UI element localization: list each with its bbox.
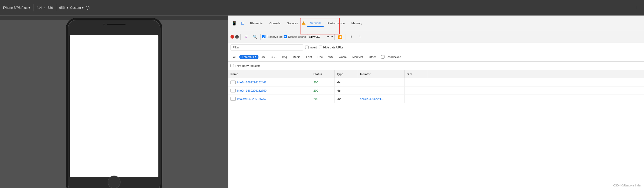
row1-checkbox[interactable] — [230, 81, 236, 84]
col-initiator[interactable]: Initiator — [358, 70, 405, 78]
chip-ws[interactable]: WS — [326, 55, 335, 59]
table-row[interactable]: info?t=1669296182461 200 xhr — [228, 78, 644, 86]
width-field[interactable]: 414 — [37, 6, 42, 10]
stop-icon: ⬛ — [236, 35, 238, 38]
separator-2 — [56, 4, 56, 11]
device-mode-icon[interactable]: 📱 — [230, 19, 238, 27]
tab-network[interactable]: Network — [307, 20, 324, 27]
chip-js[interactable]: JS — [259, 55, 268, 59]
custom-selector[interactable]: Custom ▾ — [70, 6, 83, 10]
row3-checkbox[interactable] — [230, 97, 236, 101]
filter-row: Invert Hide data URLs — [228, 42, 644, 52]
tab-console[interactable]: Console — [266, 20, 283, 26]
row1-name: info?t=1669296182461 — [228, 78, 311, 86]
table-header: Name Status Type Initiator Size — [228, 70, 644, 78]
table-row[interactable]: info?t=1669296185767 200 xhr sockjs.js?9… — [228, 95, 644, 103]
tab-performance[interactable]: Performance — [325, 20, 348, 26]
toolbar-sep-4 — [346, 34, 346, 40]
attribution: CSDN @Random_index — [611, 183, 644, 188]
preserve-log-checkbox[interactable]: Preserve log — [262, 35, 283, 38]
download-icon[interactable]: ⬇ — [356, 33, 364, 41]
throttle-dropdown-icon: ▾ — [331, 35, 333, 38]
third-party-checkbox[interactable]: Third-party requests — [230, 64, 260, 67]
chip-wasm[interactable]: Wasm — [336, 55, 349, 59]
chip-css[interactable]: CSS — [268, 55, 279, 59]
row1-initiator — [358, 78, 405, 86]
custom-dropdown-icon: ▾ — [82, 6, 83, 10]
main-layout: 📱 □ Elements Console Sources Network — [0, 16, 644, 188]
devtools-toolbar: ⬛ ▽ 🔍 Preserve log Disable cache Slow 3G… — [228, 31, 644, 42]
toolbar-sep-1 — [240, 34, 241, 40]
device-panel — [0, 16, 228, 188]
device-screen — [70, 35, 158, 177]
filter-chip-row: All Fetch/XHR JS CSS Img Media Font Doc — [228, 52, 644, 62]
browser-toolbar: iPhone 6/7/8 Plus ▾ 414 × 736 95% ▾ Cust… — [0, 0, 644, 16]
hide-data-urls-checkbox[interactable]: Hide data URLs — [319, 46, 344, 49]
row2-status: 200 — [311, 86, 335, 95]
toolbar-sep-3 — [334, 34, 335, 40]
device-notch — [103, 23, 125, 26]
device-frame — [66, 18, 162, 188]
filter-button[interactable]: ▽ — [242, 33, 250, 41]
row1-size — [405, 78, 428, 86]
chip-media[interactable]: Media — [290, 55, 303, 59]
more-options-button[interactable]: ⋮ — [633, 4, 641, 12]
col-type[interactable]: Type — [335, 70, 358, 78]
throttle-select[interactable]: Slow 3G No throttling Fast 3G Offline — [307, 34, 330, 39]
separator-1 — [33, 4, 33, 11]
network-table: Name Status Type Initiator Size — [228, 70, 644, 188]
device-camera — [103, 23, 105, 26]
row3-status: 200 — [311, 95, 335, 103]
toolbar-sep-2 — [260, 34, 261, 40]
zoom-selector[interactable]: 95% ▾ — [59, 6, 68, 10]
inspect-icon[interactable]: □ — [239, 19, 247, 27]
chip-font[interactable]: Font — [304, 55, 314, 59]
tab-sources[interactable]: Sources — [284, 20, 301, 26]
record-button[interactable] — [230, 35, 234, 39]
height-field[interactable]: 736 — [48, 6, 53, 10]
device-selector[interactable]: iPhone 6/7/8 Plus ▾ — [3, 6, 30, 10]
search-button[interactable]: 🔍 — [251, 33, 259, 41]
wifi-icon[interactable]: 📶 — [336, 33, 344, 41]
row3-size — [405, 95, 428, 103]
row2-initiator — [358, 86, 405, 95]
upload-icon[interactable]: ⬆ — [347, 33, 355, 41]
row2-size — [405, 86, 428, 95]
network-tab-wrapper: Network — [302, 20, 324, 27]
device-speaker — [107, 24, 125, 25]
dimension-separator: × — [44, 6, 45, 9]
zoom-dropdown-icon: ▾ — [67, 6, 68, 10]
devtools-nav: 📱 □ Elements Console Sources Network — [228, 16, 644, 31]
invert-checkbox[interactable]: Invert — [305, 46, 317, 49]
rotate-icon[interactable]: ⬡ — [86, 5, 90, 11]
chip-other[interactable]: Other — [366, 55, 379, 59]
device-dropdown-icon: ▾ — [29, 6, 30, 10]
chip-img[interactable]: Img — [280, 55, 290, 59]
tab-memory[interactable]: Memory — [348, 20, 365, 26]
col-name[interactable]: Name — [228, 70, 311, 78]
row1-type: xhr — [335, 78, 358, 86]
device-home-button[interactable] — [108, 176, 121, 188]
devtools-panel: 📱 □ Elements Console Sources Network — [228, 16, 644, 188]
row2-name: info?t=1669296182750 — [228, 86, 311, 95]
table-row[interactable]: info?t=1669296182750 200 xhr — [228, 86, 644, 95]
disable-cache-checkbox[interactable]: Disable cache — [284, 35, 306, 38]
tab-elements[interactable]: Elements — [247, 20, 266, 26]
device-label: iPhone 6/7/8 Plus — [3, 6, 27, 10]
stop-button[interactable]: ⬛ — [235, 35, 239, 39]
network-warning-icon — [302, 21, 306, 25]
row2-type: xhr — [335, 86, 358, 95]
row3-initiator: sockjs.js?9be2:1... — [358, 95, 405, 103]
chip-all[interactable]: All — [230, 55, 239, 59]
row3-name: info?t=1669296185767 — [228, 95, 311, 103]
row2-checkbox[interactable] — [230, 89, 236, 92]
col-status[interactable]: Status — [311, 70, 335, 78]
col-size[interactable]: Size — [405, 70, 428, 78]
chip-fetch-xhr[interactable]: Fetch/XHR — [239, 55, 258, 59]
filter-input[interactable] — [230, 44, 303, 50]
chip-manifest[interactable]: Manifest — [350, 55, 366, 59]
row3-type: xhr — [335, 95, 358, 103]
has-blocked-checkbox[interactable]: Has blocked — [381, 55, 401, 59]
chip-doc[interactable]: Doc — [315, 55, 325, 59]
row1-status: 200 — [311, 78, 335, 86]
